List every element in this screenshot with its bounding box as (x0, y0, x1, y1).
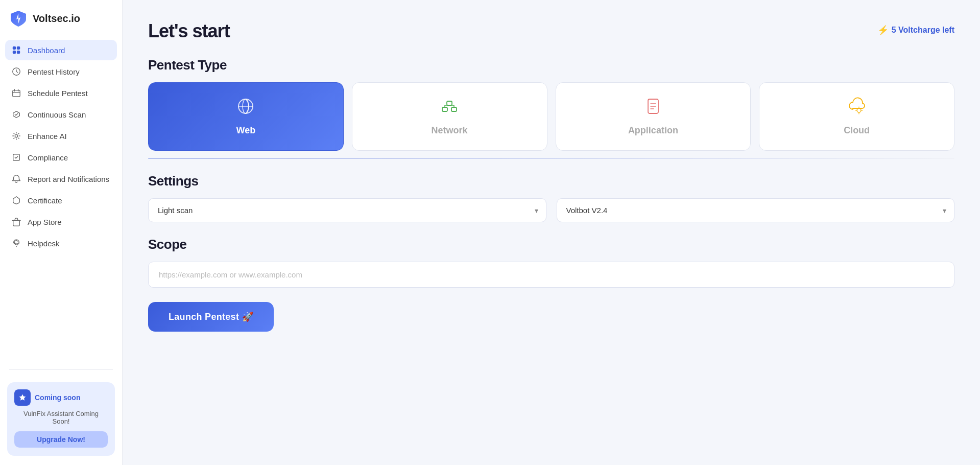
voltcharge-badge: ⚡ 5 Voltcharge left (877, 20, 954, 36)
continuous-scan-icon (11, 109, 21, 120)
compliance-icon (11, 152, 21, 162)
cloud-icon (848, 97, 866, 119)
sidebar-label-app-store: App Store (28, 218, 62, 226)
voltcharge-icon: ⚡ (877, 25, 889, 36)
sidebar-label-continuous-scan: Continuous Scan (28, 110, 86, 119)
pentest-type-application[interactable]: Application (556, 82, 751, 151)
svg-rect-13 (447, 101, 452, 105)
sidebar-item-enhance-ai[interactable]: Enhance AI (5, 126, 117, 146)
certificate-icon (11, 195, 21, 205)
pentest-type-title: Pentest Type (148, 57, 954, 73)
svg-rect-11 (442, 107, 447, 111)
coming-soon-badge-icon (14, 389, 31, 406)
svg-rect-12 (451, 107, 457, 111)
app-name: Voltsec.io (33, 13, 80, 25)
cloud-label: Cloud (844, 125, 870, 136)
bot-version-wrapper: Voltbot V2.4 Voltbot V2.3 Voltbot V2.2 ▾ (557, 198, 955, 222)
settings-row: Light scan Full scan Custom scan ▾ Voltb… (148, 198, 954, 222)
sidebar-item-compliance[interactable]: Compliance (5, 147, 117, 168)
pentest-type-network[interactable]: Network (352, 82, 547, 151)
notifications-icon (11, 174, 21, 184)
sidebar-label-notifications: Report and Notifications (28, 175, 109, 183)
sidebar-item-pentest-history[interactable]: Pentest History (5, 61, 117, 82)
scan-type-wrapper: Light scan Full scan Custom scan ▾ (148, 198, 546, 222)
dashboard-icon (11, 45, 21, 55)
sidebar-label-dashboard: Dashboard (28, 46, 65, 55)
sidebar-label-pentest-history: Pentest History (28, 67, 80, 76)
web-icon (236, 97, 255, 119)
sidebar-item-dashboard[interactable]: Dashboard (5, 40, 117, 60)
svg-rect-5 (13, 90, 20, 97)
svg-point-8 (16, 246, 17, 247)
sidebar-label-compliance: Compliance (28, 153, 68, 162)
pentest-history-icon (11, 66, 21, 77)
launch-pentest-button[interactable]: Launch Pentest 🚀 (148, 302, 274, 332)
scope-input[interactable] (148, 262, 954, 288)
sidebar-item-continuous-scan[interactable]: Continuous Scan (5, 104, 117, 125)
scan-type-select[interactable]: Light scan Full scan Custom scan (148, 198, 546, 222)
voltcharge-label: 5 Voltcharge left (892, 26, 954, 35)
sidebar-label-helpdesk: Helpdesk (28, 239, 60, 248)
sidebar-item-app-store[interactable]: App Store (5, 212, 117, 232)
bot-version-select[interactable]: Voltbot V2.4 Voltbot V2.3 Voltbot V2.2 (557, 198, 955, 222)
section-divider (148, 158, 954, 159)
coming-soon-label: Coming soon (35, 393, 80, 402)
app-logo: Voltsec.io (0, 9, 122, 40)
upgrade-now-button[interactable]: Upgrade Now! (14, 431, 108, 448)
sidebar-label-schedule: Schedule Pentest (28, 89, 88, 98)
pentest-type-cloud[interactable]: Cloud (759, 82, 954, 151)
schedule-icon (11, 88, 21, 98)
page-title: Let's start (148, 20, 230, 42)
pentest-type-web[interactable]: Web (148, 82, 344, 151)
svg-point-16 (857, 108, 861, 112)
sidebar-divider (9, 369, 113, 370)
main-content: Let's start ⚡ 5 Voltcharge left Pentest … (123, 0, 980, 465)
network-icon (440, 97, 459, 119)
logo-icon (9, 9, 28, 28)
application-icon (644, 97, 662, 119)
sidebar: Voltsec.io Dashboard Pentest History Sch… (0, 0, 123, 465)
enhance-ai-icon (11, 131, 21, 141)
sidebar-item-schedule-pentest[interactable]: Schedule Pentest (5, 83, 117, 103)
coming-soon-panel: Coming soon VulnFix Assistant Coming Soo… (7, 382, 115, 456)
application-label: Application (628, 125, 678, 136)
svg-rect-1 (17, 46, 20, 50)
coming-soon-header: Coming soon (14, 389, 108, 406)
sidebar-item-certificate[interactable]: Certificate (5, 190, 117, 211)
sidebar-item-report-notifications[interactable]: Report and Notifications (5, 169, 117, 189)
sidebar-item-helpdesk[interactable]: Helpdesk (5, 233, 117, 253)
main-header: Let's start ⚡ 5 Voltcharge left (148, 20, 954, 42)
settings-title: Settings (148, 173, 954, 189)
sidebar-label-certificate: Certificate (28, 196, 62, 205)
helpdesk-icon (11, 238, 21, 248)
sidebar-nav: Dashboard Pentest History Schedule Pente… (0, 40, 122, 362)
svg-rect-0 (13, 46, 16, 50)
web-label: Web (236, 125, 256, 136)
svg-point-6 (15, 134, 17, 137)
pentest-type-grid: Web Network Application (148, 82, 954, 151)
sidebar-label-enhance-ai: Enhance AI (28, 132, 67, 141)
svg-rect-3 (17, 51, 20, 54)
app-store-icon (11, 217, 21, 227)
coming-soon-desc: VulnFix Assistant Coming Soon! (14, 410, 108, 425)
network-label: Network (432, 125, 468, 136)
scope-title: Scope (148, 237, 954, 252)
svg-rect-2 (13, 51, 16, 54)
